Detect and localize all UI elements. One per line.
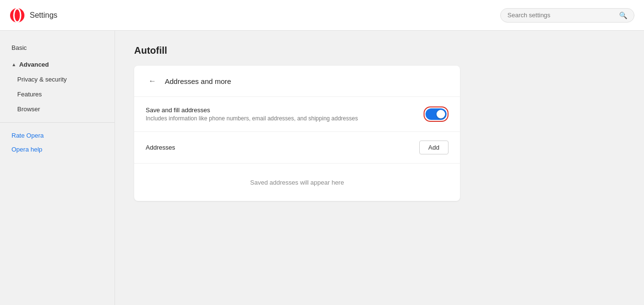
back-arrow-icon: ←: [149, 77, 156, 85]
toggle-knob: [437, 110, 445, 118]
sidebar-features-label: Features: [17, 91, 42, 98]
sidebar-item-basic[interactable]: Basic: [0, 40, 115, 55]
addresses-row: Addresses Add: [134, 132, 460, 164]
sidebar-privacy-security-label: Privacy & security: [17, 76, 67, 83]
sidebar-advanced-label: Advanced: [19, 61, 49, 68]
chevron-up-icon: ▲: [12, 62, 16, 67]
app-header: Settings 🔍: [0, 0, 644, 31]
opera-logo: [10, 8, 25, 23]
search-icon: 🔍: [619, 12, 627, 19]
sidebar-link-rate-opera[interactable]: Rate Opera: [0, 129, 115, 142]
sidebar-link-opera-help[interactable]: Opera help: [0, 142, 115, 156]
sidebar-item-privacy-security[interactable]: Privacy & security: [0, 72, 115, 87]
toggle-wrapper: [424, 106, 448, 122]
svg-point-0: [10, 8, 24, 23]
back-button[interactable]: ←: [146, 74, 159, 88]
sidebar-divider: [0, 122, 115, 123]
toggle-label: Save and fill addresses: [146, 106, 424, 114]
toggle-info: Save and fill addresses Includes informa…: [146, 106, 424, 122]
main-layout: Basic ▲ Advanced Privacy & security Feat…: [0, 31, 644, 305]
search-input[interactable]: [507, 12, 615, 19]
header-left: Settings: [10, 8, 58, 23]
sidebar-item-features[interactable]: Features: [0, 87, 115, 102]
empty-message: Saved addresses will appear here: [250, 179, 344, 186]
save-fill-addresses-toggle[interactable]: [426, 108, 447, 120]
add-address-button[interactable]: Add: [419, 141, 448, 154]
toggle-description: Includes information like phone numbers,…: [146, 115, 424, 122]
autofill-card: ← Addresses and more Save and fill addre…: [134, 66, 460, 201]
sidebar-browser-label: Browser: [17, 106, 40, 113]
app-title: Settings: [30, 11, 58, 20]
addresses-label: Addresses: [146, 144, 175, 151]
sidebar: Basic ▲ Advanced Privacy & security Feat…: [0, 31, 115, 305]
sidebar-item-advanced[interactable]: ▲ Advanced: [0, 55, 115, 72]
sidebar-basic-label: Basic: [12, 44, 27, 51]
toggle-row: Save and fill addresses Includes informa…: [134, 97, 460, 132]
card-header: ← Addresses and more: [134, 66, 460, 97]
empty-state: Saved addresses will appear here: [134, 164, 460, 201]
page-title: Autofill: [134, 45, 625, 56]
card-header-title: Addresses and more: [165, 77, 231, 85]
sidebar-item-browser[interactable]: Browser: [0, 102, 115, 117]
search-box[interactable]: 🔍: [500, 8, 634, 23]
main-content: Autofill ← Addresses and more Save and f…: [115, 31, 644, 305]
